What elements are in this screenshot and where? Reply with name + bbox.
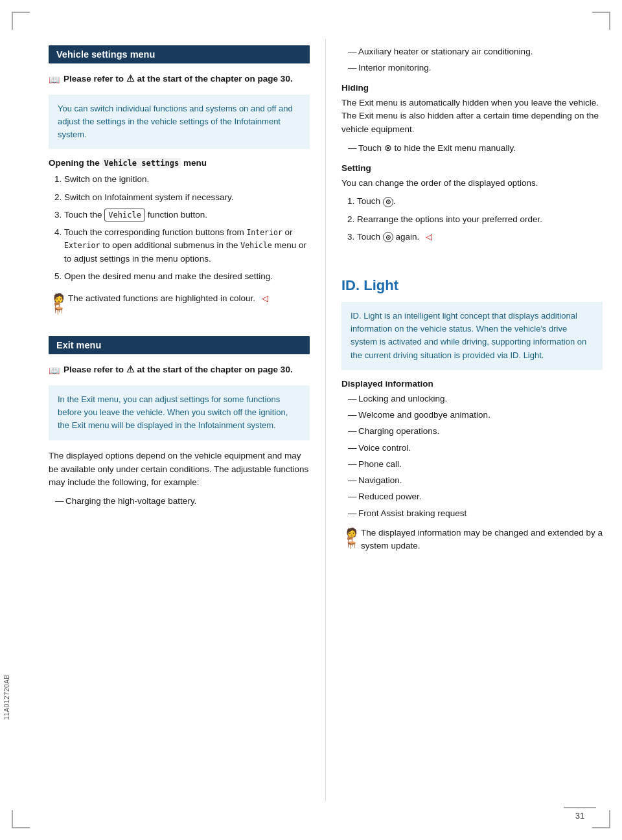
note-text: The activated functions are highlighted …	[68, 292, 310, 305]
hiding-body: The Exit menu is automatically hidden wh…	[341, 96, 603, 137]
setting-steps: Touch ⊙. Rearrange the options into your…	[357, 195, 603, 244]
disp-item-3: Charging operations.	[348, 425, 603, 438]
book-icon: 📖	[49, 73, 60, 87]
warn-text: Please refer to ⚠ at the start of the ch…	[63, 74, 293, 84]
step-1: Switch on the ignition.	[64, 173, 310, 186]
vehicle-settings-header: Vehicle settings menu	[49, 45, 310, 63]
exit-dash-item-2: Auxiliary heater or stationary air condi…	[348, 45, 603, 58]
vehicle-settings-infobox: You can switch individual functions and …	[49, 95, 310, 149]
step-4: Touch the corresponding function buttons…	[64, 226, 310, 266]
exit-continued-dash-list: Auxiliary heater or stationary air condi…	[348, 45, 603, 75]
section-spacer	[49, 323, 310, 336]
id-light-infobox: ID. Light is an intelligent light concep…	[341, 302, 603, 370]
displayed-info-list: Locking and unlocking. Welcome and goodb…	[348, 392, 603, 520]
setting-step-2: Rearrange the options into your preferre…	[357, 213, 603, 226]
note-icon-col-2: 🧑 🪑	[341, 527, 361, 549]
vehicle-settings-steps: Switch on the ignition. Switch on Infota…	[64, 173, 310, 283]
step-3: Touch the Vehicle function button.	[64, 209, 310, 221]
hiding-title: Hiding	[341, 83, 603, 93]
step-5: Open the desired menu and make the desir…	[64, 270, 310, 283]
book-icon-2: 📖	[49, 364, 60, 378]
corner-bracket-bl	[12, 810, 30, 828]
right-column: Auxiliary heater or stationary air condi…	[326, 39, 622, 801]
disp-item-6: Navigation.	[348, 474, 603, 487]
disp-item-2: Welcome and goodbye animation.	[348, 409, 603, 422]
id-light-title: ID. Light	[341, 277, 603, 294]
left-column: Vehicle settings menu 📖 Please refer to …	[42, 39, 326, 801]
id-light-note-text: The displayed information may be changed…	[361, 527, 603, 553]
disp-item-1: Locking and unlocking.	[348, 392, 603, 405]
triangle-marker: ◁	[262, 293, 268, 303]
vehicle-settings-note: 🧑 🪑 The activated functions are highligh…	[49, 292, 310, 314]
setting-body: You can change the order of the displaye…	[341, 177, 603, 190]
corner-bracket-tl	[12, 12, 30, 30]
note-icon-col: 🧑 🪑	[49, 292, 68, 314]
displayed-info-title: Displayed information	[341, 379, 603, 389]
setting-title: Setting	[341, 163, 603, 173]
step-2: Switch on Infotainment system if necessa…	[64, 191, 310, 204]
setting-step-3: Touch ⊙ again. ◁	[357, 231, 603, 244]
opening-the-label: Opening the Vehicle settings menu	[49, 158, 310, 168]
setting-step-1: Touch ⊙.	[357, 195, 603, 208]
seat-icon-2: 🪑	[344, 537, 358, 549]
corner-bracket-tr	[592, 12, 610, 30]
margin-code: 11A012720AB	[3, 674, 10, 720]
person-icon-2: 🧑	[346, 528, 357, 537]
hiding-dash-item: Touch ⊗ to hide the Exit menu manually.	[348, 142, 603, 155]
exit-menu-warn: 📖 Please refer to ⚠ at the start of the …	[49, 363, 310, 378]
exit-menu-header: Exit menu	[49, 336, 310, 354]
exit-menu-infobox: In the Exit menu, you can adjust setting…	[49, 385, 310, 440]
exit-dash-item-3: Interior monitoring.	[348, 62, 603, 74]
seat-icon: 🪑	[51, 302, 65, 314]
triangle-marker-2: ◁	[426, 232, 432, 242]
disp-item-5: Phone call.	[348, 458, 603, 471]
page-number: 31	[564, 807, 596, 821]
disp-item-8: Front Assist braking request	[348, 507, 603, 520]
vehicle-settings-warn: 📖 Please refer to ⚠ at the start of the …	[49, 73, 310, 87]
disp-item-4: Voice control.	[348, 442, 603, 455]
disp-item-7: Reduced power.	[348, 490, 603, 503]
left-margin: 11A012720AB	[0, 39, 42, 801]
exit-menu-dash-list: Charging the high-voltage battery.	[55, 495, 310, 508]
exit-menu-body: The displayed options depend on the vehi…	[49, 449, 310, 490]
exit-dash-item-1: Charging the high-voltage battery.	[55, 495, 310, 508]
right-section-spacer	[341, 253, 603, 266]
id-light-note: 🧑 🪑 The displayed information may be cha…	[341, 527, 603, 553]
hiding-dash-list: Touch ⊗ to hide the Exit menu manually.	[348, 142, 603, 155]
warn-text-2: Please refer to ⚠ at the start of the ch…	[63, 365, 293, 374]
